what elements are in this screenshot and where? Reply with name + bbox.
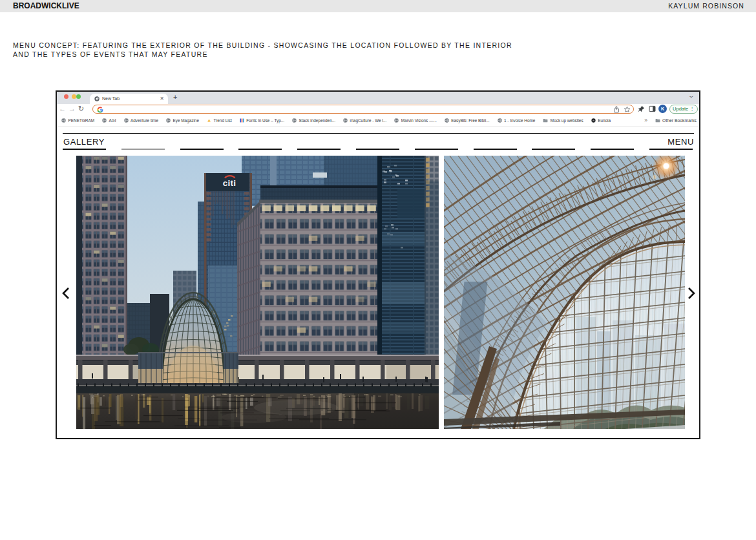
svg-text:citi: citi [223,178,236,188]
